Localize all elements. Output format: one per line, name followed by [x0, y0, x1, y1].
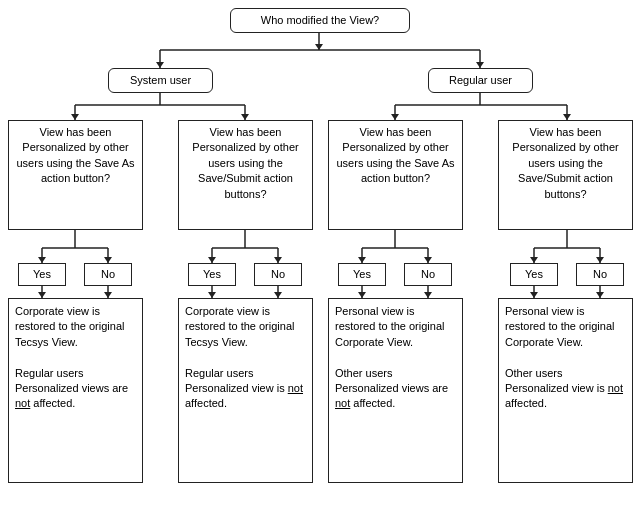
col2-yes-result: Corporate view is restored to the origin… — [178, 298, 313, 483]
col3-yes-result-text: Personal view is restored to the origina… — [335, 305, 448, 409]
col3-yes: Yes — [338, 263, 386, 286]
col2-yes-label: Yes — [203, 268, 221, 280]
col4-yes-result: Personal view is restored to the origina… — [498, 298, 633, 483]
col3-no: No — [404, 263, 452, 286]
regular-user-box: Regular user — [428, 68, 533, 93]
title-text: Who modified the View? — [261, 14, 379, 26]
col3-question: View has been Personalized by other user… — [328, 120, 463, 230]
col1-yes-result: Corporate view is restored to the origin… — [8, 298, 143, 483]
col1-question-text: View has been Personalized by other user… — [16, 126, 134, 184]
col2-yes-result-text: Corporate view is restored to the origin… — [185, 305, 303, 409]
system-user-box: System user — [108, 68, 213, 93]
svg-marker-36 — [315, 44, 323, 50]
col2-no-label: No — [271, 268, 285, 280]
col4-yes-result-text: Personal view is restored to the origina… — [505, 305, 623, 409]
col3-no-label: No — [421, 268, 435, 280]
col2-no: No — [254, 263, 302, 286]
col2-question: View has been Personalized by other user… — [178, 120, 313, 230]
col4-no: No — [576, 263, 624, 286]
flowchart: Who modified the View? System user Regul… — [0, 0, 640, 528]
col4-question-text: View has been Personalized by other user… — [512, 126, 618, 200]
col4-yes: Yes — [510, 263, 558, 286]
col4-yes-label: Yes — [525, 268, 543, 280]
col2-question-text: View has been Personalized by other user… — [192, 126, 298, 200]
col1-no-label: No — [101, 268, 115, 280]
col1-question: View has been Personalized by other user… — [8, 120, 143, 230]
col3-yes-label: Yes — [353, 268, 371, 280]
system-user-label: System user — [130, 74, 191, 86]
col1-no: No — [84, 263, 132, 286]
col1-yes: Yes — [18, 263, 66, 286]
col3-yes-result: Personal view is restored to the origina… — [328, 298, 463, 483]
col4-question: View has been Personalized by other user… — [498, 120, 633, 230]
col2-yes: Yes — [188, 263, 236, 286]
col1-yes-result-text: Corporate view is restored to the origin… — [15, 305, 128, 409]
title-box: Who modified the View? — [230, 8, 410, 33]
regular-user-label: Regular user — [449, 74, 512, 86]
col1-yes-label: Yes — [33, 268, 51, 280]
col4-no-label: No — [593, 268, 607, 280]
col3-question-text: View has been Personalized by other user… — [336, 126, 454, 184]
